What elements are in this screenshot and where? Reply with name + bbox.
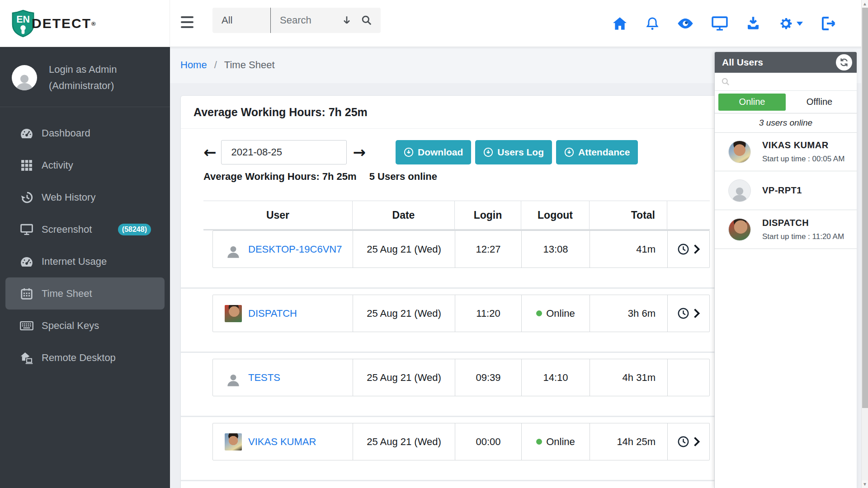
chevron-right-icon[interactable] [692,436,701,448]
user-link[interactable]: VIKAS KUMAR [248,436,316,448]
user-link[interactable]: DESKTOP-19C6VN7 [248,244,342,255]
logout-cell: 13:08 [521,231,590,267]
download-button[interactable]: Download [396,140,471,164]
sidebar-nav: Dashboard Activity Web History Screensho… [0,107,170,374]
table-row: DESKTOP-19C6VN7 25 Aug 21 (Wed) 12:27 13… [212,230,710,268]
list-item[interactable]: DISPATCH Start up time : 11:20 AM [715,210,857,249]
avg-working-hours: Average Working Hours: 7h 25m [203,171,357,183]
sidebar-item-label: Time Sheet [42,288,92,300]
monitor-icon [20,224,33,235]
users-log-button[interactable]: Users Log [475,140,552,164]
sidebar-item-web-history[interactable]: Web History [0,181,170,213]
scroll-up-icon[interactable]: ▲ [862,0,868,8]
circle-down-icon [564,147,574,157]
menu-toggle-icon[interactable] [181,16,194,28]
sidebar-item-remote-desktop[interactable]: Remote Desktop [0,342,170,374]
search-dropdown-arrow-icon[interactable] [341,14,353,26]
gear-icon[interactable] [778,16,793,31]
col-header-logout: Logout [521,201,589,229]
logout-icon[interactable] [821,16,836,31]
col-header-login: Login [454,201,521,229]
sidebar-item-label: Activity [42,160,73,171]
logout-cell: Online [521,423,590,460]
user-name: VIKAS KUMAR [762,140,844,150]
user-name: VP-RPT1 [762,185,802,196]
panel-tabs: Online Offline [715,91,857,113]
user-startup-time: Start up time : 00:05 AM [762,155,844,164]
user-cell: DESKTOP-19C6VN7 [213,231,353,267]
logout-cell: Online [521,295,590,332]
page-title: Average Working Hours: 7h 25m [193,106,368,119]
sidebar-item-time-sheet[interactable]: Time Sheet [5,277,165,310]
user-link[interactable]: DISPATCH [248,308,297,319]
login-cell: 00:00 [455,423,521,460]
attendance-button[interactable]: Attendance [556,140,638,164]
chevron-right-icon[interactable] [692,307,701,319]
refresh-icon[interactable] [836,54,852,70]
user-cell: DISPATCH [213,295,353,332]
login-cell: 12:27 [455,231,521,267]
clock-history-icon[interactable] [677,307,689,319]
login-cell: 11:20 [455,295,521,332]
admin-avatar [12,65,37,90]
date-cell: 25 Aug 21 (Wed) [353,231,455,267]
bell-icon[interactable] [646,16,659,31]
chevron-right-icon[interactable] [692,243,701,255]
date-input[interactable] [221,140,347,164]
button-label: Attendance [578,147,630,158]
prev-day-button[interactable]: ← [203,145,217,160]
sidebar-item-special-keys[interactable]: Special Keys [0,310,170,342]
user-avatar-photo [728,141,751,163]
breadcrumb-current: Time Sheet [224,59,275,71]
tab-offline[interactable]: Offline [786,94,853,111]
home-icon[interactable] [612,17,627,30]
download-icon[interactable] [746,16,760,31]
clock-history-icon[interactable] [677,243,689,255]
search-filter-select[interactable]: All [212,14,270,26]
search-input[interactable] [271,14,341,26]
chevron-down-icon[interactable] [797,22,803,26]
sidebar-item-dashboard[interactable]: Dashboard [0,117,170,149]
svg-text:EN: EN [16,14,30,25]
app-root: EN DETECT ® All [0,0,868,488]
export-buttons: Download Users Log Attendance [396,140,638,164]
eye-icon[interactable] [677,18,693,29]
remote-desktop-icon [20,352,33,364]
sidebar-item-screenshot[interactable]: Screenshot (58248) [0,213,170,245]
monitor-icon[interactable] [712,16,728,31]
sidebar-item-label: Special Keys [42,320,99,332]
tab-online[interactable]: Online [718,94,786,111]
settings-group [778,16,803,31]
search-icon[interactable] [361,14,373,26]
breadcrumb-home-link[interactable]: Home [180,59,207,71]
sidebar-item-activity[interactable]: Activity [0,149,170,181]
online-dot [536,439,542,445]
panel-search-input[interactable] [730,77,857,86]
sidebar-item-label: Remote Desktop [42,352,116,364]
speedometer-icon [20,256,33,267]
sidebar-item-internet-usage[interactable]: Internet Usage [0,245,170,277]
actions-cell [667,423,710,460]
panel-search [715,73,857,91]
button-label: Users Log [497,147,544,158]
page-scrollbar[interactable]: ▲ ▼ [861,0,868,488]
online-users-count: 3 users online [715,113,857,132]
sidebar-item-label: Screenshot [42,224,92,235]
table-row: DISPATCH 25 Aug 21 (Wed) 11:20 Online 3h… [212,295,710,332]
col-header-user: User [203,201,352,229]
user-avatar-photo [225,305,242,322]
sidebar-item-label: Dashboard [42,127,90,139]
topbar: EN DETECT ® All [0,0,868,47]
next-day-button[interactable]: → [353,145,366,160]
list-item[interactable]: VIKAS KUMAR Start up time : 00:05 AM [715,132,857,171]
clock-history-icon[interactable] [677,436,689,448]
user-link[interactable]: TESTS [248,372,280,384]
admin-profile[interactable]: Login as Admin (Administrator) [0,47,170,107]
col-header-total: Total [589,201,667,229]
total-cell: 14h 25m [590,423,667,460]
list-item[interactable]: VP-RPT1 [715,171,857,210]
topbar-icons [612,0,836,47]
scrollbar-thumb[interactable] [862,8,868,408]
date-cell: 25 Aug 21 (Wed) [353,295,455,332]
scroll-down-icon[interactable]: ▼ [862,480,868,488]
